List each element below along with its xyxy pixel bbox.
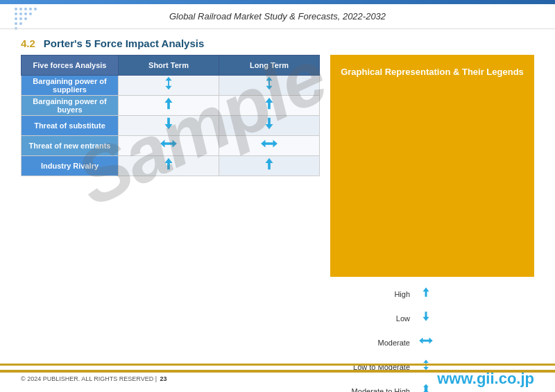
col-header-short: Short Term bbox=[119, 56, 219, 76]
legend-row: Moderate bbox=[334, 334, 531, 350]
force-cell: Industry Rivalry bbox=[22, 156, 119, 176]
short-term-arrow bbox=[161, 116, 176, 135]
section-title: Porter's 5 Force Impact Analysis bbox=[44, 37, 204, 49]
page-header: Global Railroad Market Study & Forecasts… bbox=[0, 4, 555, 29]
long-term-cell bbox=[219, 96, 320, 116]
svg-rect-17 bbox=[167, 102, 170, 109]
svg-rect-18 bbox=[268, 102, 271, 109]
long-term-cell bbox=[219, 136, 320, 156]
footer: © 2024 PUBLISHER. ALL RIGHTS RESERVED | … bbox=[0, 364, 555, 392]
legend-icon bbox=[416, 286, 436, 302]
short-term-cell bbox=[119, 136, 219, 156]
footer-left: © 2024 PUBLISHER. ALL RIGHTS RESERVED | … bbox=[21, 375, 167, 382]
force-cell: Threat of substitute bbox=[22, 116, 119, 136]
porter-table-container: Five forces Analysis Short Term Long Ter… bbox=[21, 55, 320, 392]
porter-table: Five forces Analysis Short Term Long Ter… bbox=[21, 55, 320, 176]
short-term-arrow bbox=[161, 156, 176, 176]
short-term-arrow bbox=[161, 96, 176, 115]
short-term-arrow bbox=[161, 76, 176, 95]
svg-rect-19 bbox=[167, 118, 170, 125]
force-cell: Bargaining power of suppliers bbox=[22, 76, 119, 96]
legend-label: High bbox=[334, 290, 410, 298]
graph-panel-title: Graphical Representation & Their Legends bbox=[341, 65, 524, 79]
short-term-cell bbox=[119, 96, 219, 116]
short-term-cell bbox=[119, 76, 219, 96]
long-term-cell bbox=[219, 156, 320, 176]
short-term-arrow bbox=[159, 136, 178, 155]
page-title: Global Railroad Market Study & Forecasts… bbox=[169, 11, 386, 22]
footer-copyright: © 2024 PUBLISHER. ALL RIGHTS RESERVED | bbox=[21, 375, 157, 382]
right-panel: Graphical Representation & Their Legends… bbox=[330, 55, 534, 392]
col-header-forces: Five forces Analysis bbox=[22, 56, 119, 76]
svg-rect-15 bbox=[168, 80, 169, 86]
graph-panel: Graphical Representation & Their Legends bbox=[330, 55, 534, 277]
col-header-long: Long Term bbox=[219, 56, 320, 76]
gold-bottom-bar bbox=[0, 370, 555, 373]
long-term-arrow bbox=[262, 116, 277, 135]
svg-rect-16 bbox=[268, 80, 270, 86]
legend-icon bbox=[416, 334, 436, 350]
long-term-arrow bbox=[259, 136, 279, 155]
force-cell: Bargaining power of buyers bbox=[22, 96, 119, 116]
long-term-arrow bbox=[262, 156, 277, 176]
footer-page: 23 bbox=[160, 375, 167, 382]
svg-rect-22 bbox=[268, 162, 271, 169]
long-term-cell bbox=[219, 116, 320, 136]
svg-rect-20 bbox=[268, 118, 271, 125]
main-content: Five forces Analysis Short Term Long Ter… bbox=[0, 55, 555, 392]
legend-label: Low bbox=[334, 314, 410, 323]
legend-label: Moderate bbox=[334, 339, 410, 347]
legend-icon bbox=[416, 310, 436, 326]
section-header: 4.2 Porter's 5 Force Impact Analysis bbox=[0, 29, 555, 55]
legend-row: High bbox=[334, 286, 531, 302]
long-term-cell bbox=[219, 76, 320, 96]
force-cell: Threat of new entrants bbox=[22, 136, 119, 156]
short-term-cell bbox=[119, 156, 219, 176]
svg-rect-21 bbox=[167, 162, 170, 169]
svg-rect-24 bbox=[425, 312, 427, 317]
long-term-arrow bbox=[262, 76, 277, 95]
long-term-arrow bbox=[262, 96, 277, 115]
legend-row: Low bbox=[334, 310, 531, 326]
short-term-cell bbox=[119, 116, 219, 136]
svg-rect-23 bbox=[425, 291, 427, 297]
